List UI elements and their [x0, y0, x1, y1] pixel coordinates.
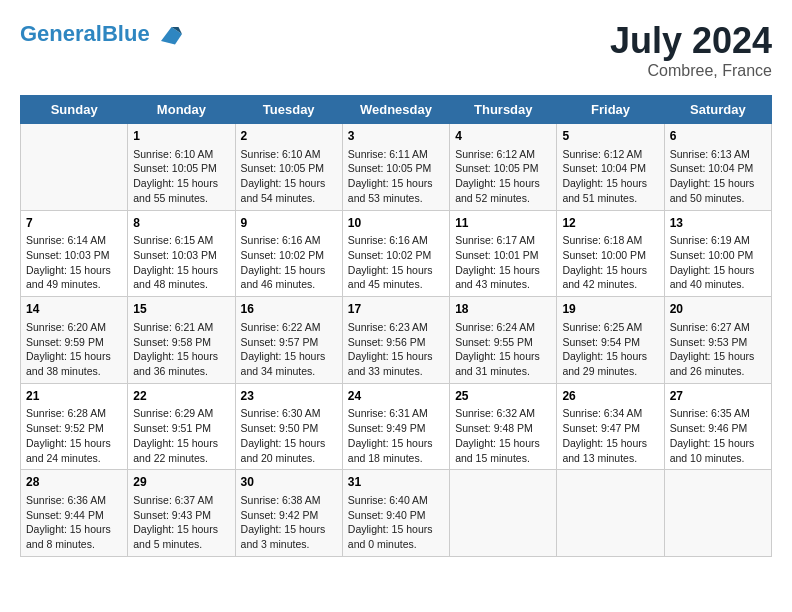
day-number: 22 [133, 388, 229, 405]
calendar-cell: 24Sunrise: 6:31 AMSunset: 9:49 PMDayligh… [342, 383, 449, 470]
logo-line1: General [20, 21, 102, 46]
day-number: 7 [26, 215, 122, 232]
day-number: 10 [348, 215, 444, 232]
day-number: 1 [133, 128, 229, 145]
calendar-cell: 25Sunrise: 6:32 AMSunset: 9:48 PMDayligh… [450, 383, 557, 470]
logo-line2: Blue [102, 21, 150, 46]
day-number: 3 [348, 128, 444, 145]
calendar-cell [664, 470, 771, 557]
calendar-cell: 10Sunrise: 6:16 AMSunset: 10:02 PMDaylig… [342, 210, 449, 297]
logo-icon [154, 20, 182, 48]
day-info: Sunrise: 6:13 AMSunset: 10:04 PMDaylight… [670, 147, 766, 206]
calendar-cell: 9Sunrise: 6:16 AMSunset: 10:02 PMDayligh… [235, 210, 342, 297]
day-info: Sunrise: 6:12 AMSunset: 10:05 PMDaylight… [455, 147, 551, 206]
calendar-cell: 18Sunrise: 6:24 AMSunset: 9:55 PMDayligh… [450, 297, 557, 384]
calendar-cell: 28Sunrise: 6:36 AMSunset: 9:44 PMDayligh… [21, 470, 128, 557]
week-row-4: 21Sunrise: 6:28 AMSunset: 9:52 PMDayligh… [21, 383, 772, 470]
title-block: July 2024 Combree, France [610, 20, 772, 80]
header-friday: Friday [557, 96, 664, 124]
day-number: 20 [670, 301, 766, 318]
week-row-3: 14Sunrise: 6:20 AMSunset: 9:59 PMDayligh… [21, 297, 772, 384]
day-info: Sunrise: 6:10 AMSunset: 10:05 PMDaylight… [133, 147, 229, 206]
day-number: 13 [670, 215, 766, 232]
calendar-cell: 12Sunrise: 6:18 AMSunset: 10:00 PMDaylig… [557, 210, 664, 297]
calendar-cell: 19Sunrise: 6:25 AMSunset: 9:54 PMDayligh… [557, 297, 664, 384]
calendar-cell: 23Sunrise: 6:30 AMSunset: 9:50 PMDayligh… [235, 383, 342, 470]
day-number: 30 [241, 474, 337, 491]
day-info: Sunrise: 6:25 AMSunset: 9:54 PMDaylight:… [562, 320, 658, 379]
day-number: 8 [133, 215, 229, 232]
header-thursday: Thursday [450, 96, 557, 124]
calendar-cell: 14Sunrise: 6:20 AMSunset: 9:59 PMDayligh… [21, 297, 128, 384]
calendar-cell: 21Sunrise: 6:28 AMSunset: 9:52 PMDayligh… [21, 383, 128, 470]
calendar-cell: 22Sunrise: 6:29 AMSunset: 9:51 PMDayligh… [128, 383, 235, 470]
logo-text: GeneralBlue [20, 22, 150, 46]
header-monday: Monday [128, 96, 235, 124]
day-number: 18 [455, 301, 551, 318]
calendar-cell: 30Sunrise: 6:38 AMSunset: 9:42 PMDayligh… [235, 470, 342, 557]
day-info: Sunrise: 6:30 AMSunset: 9:50 PMDaylight:… [241, 406, 337, 465]
calendar-cell: 13Sunrise: 6:19 AMSunset: 10:00 PMDaylig… [664, 210, 771, 297]
header-tuesday: Tuesday [235, 96, 342, 124]
day-number: 5 [562, 128, 658, 145]
page-header: GeneralBlue July 2024 Combree, France [20, 20, 772, 80]
day-info: Sunrise: 6:12 AMSunset: 10:04 PMDaylight… [562, 147, 658, 206]
day-info: Sunrise: 6:22 AMSunset: 9:57 PMDaylight:… [241, 320, 337, 379]
day-number: 4 [455, 128, 551, 145]
calendar-cell: 2Sunrise: 6:10 AMSunset: 10:05 PMDayligh… [235, 124, 342, 211]
header-sunday: Sunday [21, 96, 128, 124]
day-info: Sunrise: 6:32 AMSunset: 9:48 PMDaylight:… [455, 406, 551, 465]
header-wednesday: Wednesday [342, 96, 449, 124]
calendar-cell: 31Sunrise: 6:40 AMSunset: 9:40 PMDayligh… [342, 470, 449, 557]
day-number: 29 [133, 474, 229, 491]
day-info: Sunrise: 6:10 AMSunset: 10:05 PMDaylight… [241, 147, 337, 206]
day-number: 15 [133, 301, 229, 318]
day-info: Sunrise: 6:19 AMSunset: 10:00 PMDaylight… [670, 233, 766, 292]
week-row-1: 1Sunrise: 6:10 AMSunset: 10:05 PMDayligh… [21, 124, 772, 211]
day-info: Sunrise: 6:36 AMSunset: 9:44 PMDaylight:… [26, 493, 122, 552]
day-info: Sunrise: 6:21 AMSunset: 9:58 PMDaylight:… [133, 320, 229, 379]
day-info: Sunrise: 6:11 AMSunset: 10:05 PMDaylight… [348, 147, 444, 206]
week-row-2: 7Sunrise: 6:14 AMSunset: 10:03 PMDayligh… [21, 210, 772, 297]
calendar-cell: 6Sunrise: 6:13 AMSunset: 10:04 PMDayligh… [664, 124, 771, 211]
day-number: 2 [241, 128, 337, 145]
day-info: Sunrise: 6:16 AMSunset: 10:02 PMDaylight… [241, 233, 337, 292]
day-info: Sunrise: 6:16 AMSunset: 10:02 PMDaylight… [348, 233, 444, 292]
day-number: 26 [562, 388, 658, 405]
day-number: 9 [241, 215, 337, 232]
calendar-cell: 16Sunrise: 6:22 AMSunset: 9:57 PMDayligh… [235, 297, 342, 384]
day-info: Sunrise: 6:40 AMSunset: 9:40 PMDaylight:… [348, 493, 444, 552]
calendar-cell [21, 124, 128, 211]
calendar-cell: 20Sunrise: 6:27 AMSunset: 9:53 PMDayligh… [664, 297, 771, 384]
day-info: Sunrise: 6:20 AMSunset: 9:59 PMDaylight:… [26, 320, 122, 379]
calendar-cell: 4Sunrise: 6:12 AMSunset: 10:05 PMDayligh… [450, 124, 557, 211]
day-info: Sunrise: 6:28 AMSunset: 9:52 PMDaylight:… [26, 406, 122, 465]
day-info: Sunrise: 6:29 AMSunset: 9:51 PMDaylight:… [133, 406, 229, 465]
calendar-cell: 8Sunrise: 6:15 AMSunset: 10:03 PMDayligh… [128, 210, 235, 297]
calendar-cell [557, 470, 664, 557]
day-number: 6 [670, 128, 766, 145]
day-info: Sunrise: 6:23 AMSunset: 9:56 PMDaylight:… [348, 320, 444, 379]
day-number: 24 [348, 388, 444, 405]
day-number: 28 [26, 474, 122, 491]
day-info: Sunrise: 6:34 AMSunset: 9:47 PMDaylight:… [562, 406, 658, 465]
calendar-cell: 1Sunrise: 6:10 AMSunset: 10:05 PMDayligh… [128, 124, 235, 211]
day-number: 19 [562, 301, 658, 318]
day-number: 27 [670, 388, 766, 405]
day-info: Sunrise: 6:31 AMSunset: 9:49 PMDaylight:… [348, 406, 444, 465]
day-info: Sunrise: 6:37 AMSunset: 9:43 PMDaylight:… [133, 493, 229, 552]
day-number: 21 [26, 388, 122, 405]
logo: GeneralBlue [20, 20, 182, 48]
day-info: Sunrise: 6:27 AMSunset: 9:53 PMDaylight:… [670, 320, 766, 379]
day-info: Sunrise: 6:38 AMSunset: 9:42 PMDaylight:… [241, 493, 337, 552]
day-info: Sunrise: 6:15 AMSunset: 10:03 PMDaylight… [133, 233, 229, 292]
day-number: 25 [455, 388, 551, 405]
day-info: Sunrise: 6:17 AMSunset: 10:01 PMDaylight… [455, 233, 551, 292]
day-info: Sunrise: 6:35 AMSunset: 9:46 PMDaylight:… [670, 406, 766, 465]
calendar-cell: 26Sunrise: 6:34 AMSunset: 9:47 PMDayligh… [557, 383, 664, 470]
day-number: 31 [348, 474, 444, 491]
calendar-cell: 3Sunrise: 6:11 AMSunset: 10:05 PMDayligh… [342, 124, 449, 211]
calendar-cell: 5Sunrise: 6:12 AMSunset: 10:04 PMDayligh… [557, 124, 664, 211]
location: Combree, France [610, 62, 772, 80]
calendar-cell: 17Sunrise: 6:23 AMSunset: 9:56 PMDayligh… [342, 297, 449, 384]
